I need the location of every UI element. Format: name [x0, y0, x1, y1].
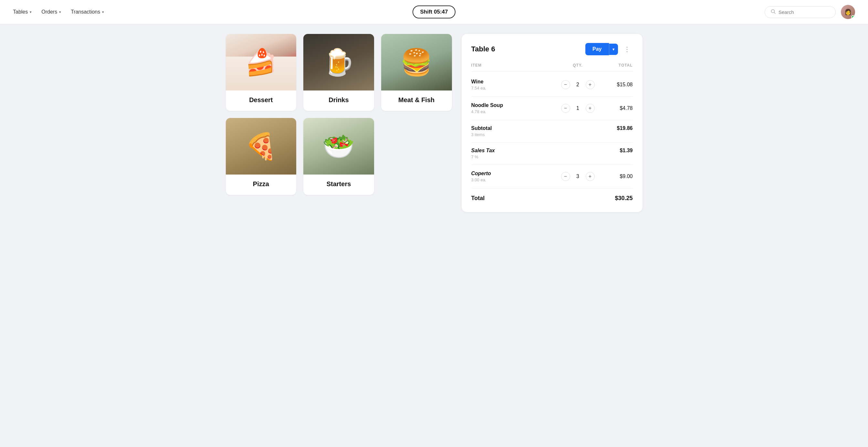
noodle-soup-qty-decrease[interactable]: − [561, 104, 570, 113]
more-options-button[interactable]: ⋮ [621, 44, 633, 54]
category-card-dessert[interactable]: Dessert [226, 34, 297, 111]
coperto-qty-decrease[interactable]: − [561, 172, 570, 181]
noodle-soup-info: Noodle Soup 4.78 ea. [471, 102, 555, 114]
wine-price-ea: 7.54 ea. [471, 86, 555, 90]
noodle-soup-total: $4.78 [600, 106, 633, 111]
shift-badge[interactable]: Shift 05:47 [412, 5, 456, 19]
wine-info: Wine 7.54 ea. [471, 79, 555, 90]
avatar[interactable]: 👩 [841, 5, 855, 19]
noodle-soup-qty-value: 1 [575, 106, 581, 111]
category-card-drinks[interactable]: Drinks [303, 34, 374, 111]
header-right: 👩 [765, 5, 855, 19]
search-bar[interactable] [765, 6, 836, 18]
dessert-img-bg [226, 34, 297, 90]
order-item-coperto: Coperto 3.00 ea. − 3 + $9.00 [471, 165, 633, 188]
drinks-image [303, 34, 374, 90]
starters-img-bg [303, 118, 374, 175]
nav-orders-chevron: ▾ [59, 10, 61, 14]
nav-transactions[interactable]: Transactions ▾ [71, 9, 104, 15]
order-header-actions: Pay ▾ ⋮ [585, 43, 632, 55]
category-card-pizza[interactable]: Pizza [226, 118, 297, 195]
col-total-header: TOTAL [600, 63, 633, 67]
order-item-noodle-soup: Noodle Soup 4.78 ea. − 1 + $4.78 [471, 97, 633, 120]
noodle-soup-name: Noodle Soup [471, 102, 555, 108]
col-qty-header: QTY. [555, 63, 600, 67]
subtotal-sublabel: 3 items [471, 132, 492, 137]
starters-image [303, 118, 374, 175]
main-content: Dessert Drinks Meat & Fish Pizza [216, 24, 652, 222]
meat-fish-label: Meat & Fish [381, 90, 452, 111]
order-header: Table 6 Pay ▾ ⋮ [471, 43, 633, 55]
drinks-label: Drinks [303, 90, 374, 111]
nav-transactions-chevron: ▾ [102, 10, 104, 14]
search-icon [771, 9, 776, 15]
table-title: Table 6 [471, 45, 495, 53]
noodle-soup-qty-control: − 1 + [555, 104, 600, 113]
nav-orders-label: Orders [41, 9, 57, 15]
wine-total: $15.08 [600, 82, 633, 88]
header: Tables ▾ Orders ▾ Transactions ▾ Shift 0… [0, 0, 868, 24]
subtotal-row: Subtotal 3 items $19.86 [471, 120, 633, 143]
tax-row: Sales Tax 7 % $1.39 [471, 143, 633, 165]
total-label: Total [471, 195, 485, 202]
nav-tables[interactable]: Tables ▾ [13, 9, 32, 15]
noodle-soup-price-ea: 4.78 ea. [471, 109, 555, 114]
pay-button-group: Pay ▾ [585, 43, 618, 55]
category-card-starters[interactable]: Starters [303, 118, 374, 195]
dessert-image [226, 34, 297, 90]
tax-label: Sales Tax [471, 148, 495, 153]
col-item-header: ITEM [471, 63, 555, 67]
noodle-soup-qty-increase[interactable]: + [586, 104, 595, 113]
order-column-headers: ITEM QTY. TOTAL [471, 63, 633, 72]
meat-fish-image [381, 34, 452, 90]
total-amount: $30.25 [615, 195, 632, 202]
wine-name: Wine [471, 79, 555, 85]
order-panel: Table 6 Pay ▾ ⋮ ITEM QTY. TOTAL Wine 7.5… [462, 34, 643, 212]
pay-dropdown-button[interactable]: ▾ [609, 43, 618, 55]
wine-qty-control: − 2 + [555, 80, 600, 89]
wine-qty-increase[interactable]: + [586, 80, 595, 89]
coperto-qty-control: − 3 + [555, 172, 600, 181]
coperto-qty-increase[interactable]: + [586, 172, 595, 181]
search-input[interactable] [778, 9, 830, 15]
nav-tables-chevron: ▾ [30, 10, 32, 14]
pay-chevron-icon: ▾ [613, 47, 615, 52]
order-item-wine: Wine 7.54 ea. − 2 + $15.08 [471, 73, 633, 97]
coperto-total: $9.00 [600, 174, 633, 179]
shift-center: Shift 05:47 [412, 5, 456, 19]
coperto-name: Coperto [471, 171, 555, 176]
nav-transactions-label: Transactions [71, 9, 100, 15]
meat-img-bg [381, 34, 452, 90]
dessert-label: Dessert [226, 90, 297, 111]
category-grid: Dessert Drinks Meat & Fish Pizza [226, 34, 452, 212]
drinks-img-bg [303, 34, 374, 90]
subtotal-amount: $19.86 [617, 125, 633, 131]
wine-qty-value: 2 [575, 82, 581, 88]
svg-line-1 [774, 12, 776, 13]
main-nav: Tables ▾ Orders ▾ Transactions ▾ [13, 9, 104, 15]
nav-orders[interactable]: Orders ▾ [41, 9, 61, 15]
pay-button[interactable]: Pay [585, 43, 609, 55]
category-card-meat-fish[interactable]: Meat & Fish [381, 34, 452, 111]
total-row: Total $30.25 [471, 188, 633, 203]
starters-label: Starters [303, 175, 374, 195]
pizza-img-bg [226, 118, 297, 175]
nav-tables-label: Tables [13, 9, 28, 15]
tax-sublabel: 7 % [471, 154, 495, 159]
tax-amount: $1.39 [620, 148, 632, 153]
coperto-price-ea: 3.00 ea. [471, 177, 555, 182]
wine-qty-decrease[interactable]: − [561, 80, 570, 89]
coperto-info: Coperto 3.00 ea. [471, 171, 555, 182]
subtotal-label-group: Subtotal 3 items [471, 125, 492, 137]
coperto-qty-value: 3 [575, 174, 581, 179]
online-status-dot [851, 15, 855, 19]
pizza-label: Pizza [226, 175, 297, 195]
pizza-image [226, 118, 297, 175]
subtotal-label: Subtotal [471, 125, 492, 131]
tax-label-group: Sales Tax 7 % [471, 148, 495, 159]
